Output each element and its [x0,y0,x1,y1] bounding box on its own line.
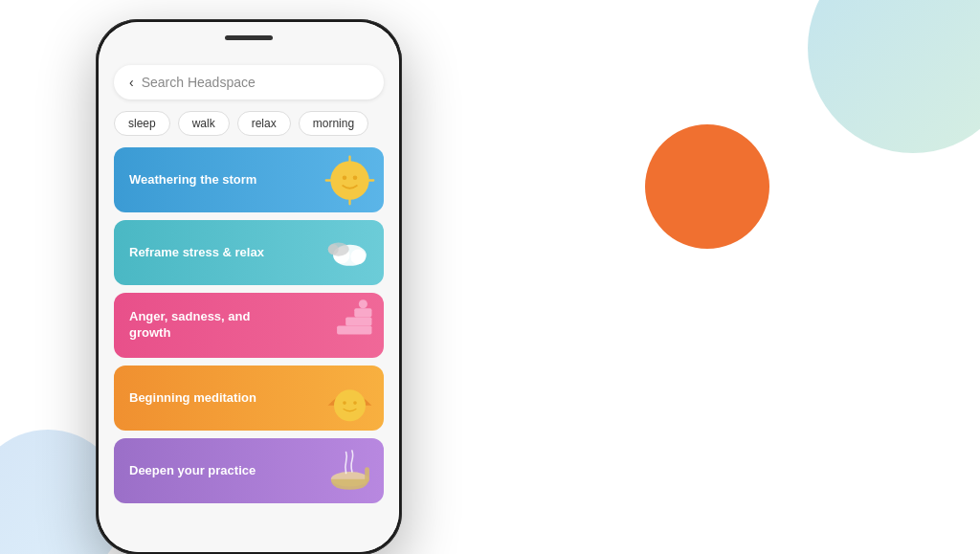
card-anger-sadness[interactable]: Anger, sadness, and growth [114,293,384,358]
card-illustration-5 [249,438,384,503]
phone-screen: ‹ Search Headspace sleep walk relax morn… [99,22,399,552]
back-arrow-icon[interactable]: ‹ [129,75,134,90]
card-illustration-2 [249,220,384,285]
sun-icon [323,154,376,207]
svg-point-2 [353,175,358,180]
teal-bg-shape [808,0,980,153]
phone-body: ‹ Search Headspace sleep walk relax morn… [99,22,399,552]
card-weathering-storm[interactable]: Weathering the storm [114,147,384,212]
svg-point-9 [350,249,366,264]
svg-rect-13 [345,317,371,325]
svg-rect-12 [354,308,371,317]
svg-point-18 [353,401,357,405]
card-deepen-practice[interactable]: Deepen your practice [114,438,384,503]
svg-point-15 [359,299,368,308]
svg-point-0 [330,161,368,199]
tag-walk[interactable]: walk [178,111,230,136]
steps-icon [328,299,376,352]
cloud-icon [323,232,376,275]
card-title-2: Reframe stress & relax [129,245,264,261]
svg-rect-14 [337,325,371,334]
phone-speaker [225,35,273,40]
card-title-1: Weathering the storm [129,172,256,188]
orange-circle-decoration [645,124,769,249]
card-title-4: Beginning meditation [129,390,256,407]
card-illustration-1 [249,147,384,212]
svg-point-11 [328,244,339,255]
svg-point-16 [334,389,366,421]
filter-tags-row: sleep walk relax morning [99,111,399,147]
card-title-5: Deepen your practice [129,463,256,479]
svg-point-1 [343,175,347,180]
bowl-icon [323,450,376,493]
meditation-sun-icon [323,372,376,425]
svg-rect-20 [365,467,369,482]
card-title-3: Anger, sadness, and growth [129,309,273,342]
cards-list: Weathering the storm [99,147,399,503]
tag-relax[interactable]: relax [237,111,291,136]
tag-morning[interactable]: morning [299,111,368,136]
card-reframe-stress[interactable]: Reframe stress & relax [114,220,384,285]
svg-point-17 [343,401,346,405]
phone-mockup: ‹ Search Headspace sleep walk relax morn… [96,19,402,554]
card-illustration-4 [249,366,384,431]
search-input[interactable]: Search Headspace [142,75,368,90]
card-beginning-meditation[interactable]: Beginning meditation [114,366,384,431]
phone-frame: ‹ Search Headspace sleep walk relax morn… [96,19,402,554]
tag-sleep[interactable]: sleep [114,111,170,136]
search-bar[interactable]: ‹ Search Headspace [114,65,384,100]
